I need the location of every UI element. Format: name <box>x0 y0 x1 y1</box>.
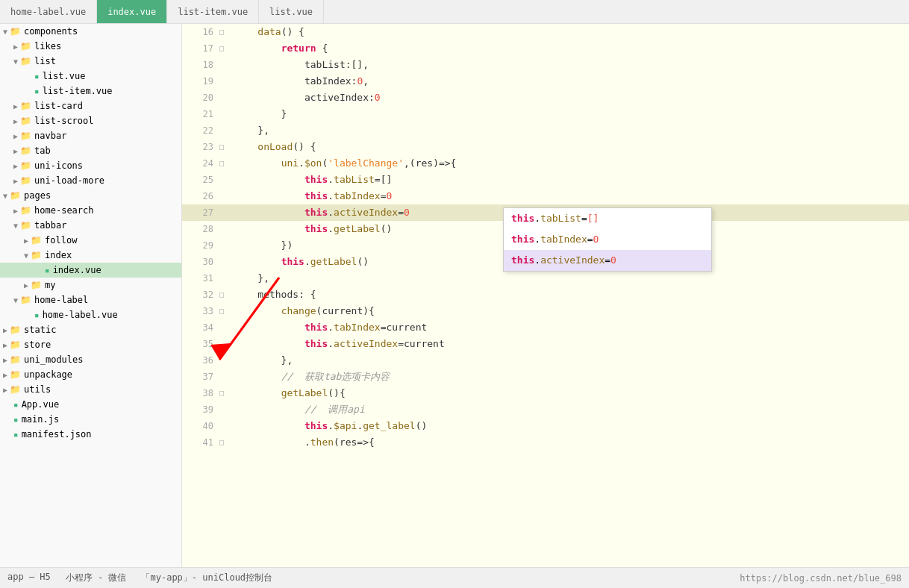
code-content: return { <box>231 40 328 57</box>
code-line-17: 17□ return { <box>182 40 909 57</box>
tab-list[interactable]: list.vue <box>259 0 324 23</box>
folder-icon: 📁 <box>20 146 31 156</box>
sidebar-item-index[interactable]: ▼📁index <box>0 248 181 263</box>
line-number: 37 <box>182 369 219 385</box>
folder-icon: 📁 <box>20 160 31 171</box>
code-line-26: 26 this.tabIndex=0 <box>182 188 909 204</box>
item-label: store <box>24 340 51 350</box>
folder-icon: 📁 <box>20 116 31 126</box>
sidebar-item-store[interactable]: ▶📁store <box>0 337 181 352</box>
fold-icon[interactable]: □ <box>219 385 231 401</box>
code-content: methods: { <box>231 287 316 303</box>
sidebar-item-tab[interactable]: ▶📁tab <box>0 143 181 158</box>
code-content: this.getLabel() <box>231 221 392 237</box>
folder-arrow: ▶ <box>3 326 7 334</box>
fold-icon[interactable]: □ <box>219 434 231 451</box>
folder-arrow: ▶ <box>3 341 7 349</box>
line-number: 28 <box>182 221 219 237</box>
sidebar-item-utils[interactable]: ▶📁utils <box>0 382 181 397</box>
sidebar-item-home_label[interactable]: ▼📁home-label <box>0 293 181 307</box>
sidebar-item-uni_load_more[interactable]: ▶📁uni-load-more <box>0 173 181 188</box>
fold-icon[interactable]: □ <box>219 24 231 40</box>
fold-icon[interactable]: □ <box>219 155 231 172</box>
code-area[interactable]: 16□ data() {17□ return {18 tabList:[],19… <box>182 24 909 567</box>
fold-icon[interactable]: □ <box>219 40 231 57</box>
sidebar-item-static[interactable]: ▶📁static <box>0 322 181 337</box>
code-line-22: 22 }, <box>182 122 909 139</box>
fold-icon[interactable]: □ <box>219 287 231 303</box>
sidebar-item-unpackage[interactable]: ▶📁unpackage <box>0 367 181 382</box>
item-label: navbar <box>34 131 66 141</box>
sidebar-item-App_vue[interactable]: ▪App.vue <box>0 397 181 412</box>
autocomplete-item[interactable]: this.tabIndex=0 <box>504 229 711 250</box>
file-icon: ▪ <box>13 430 19 440</box>
code-content: }) <box>231 237 293 254</box>
item-label: utils <box>24 384 51 395</box>
sidebar-item-my[interactable]: ▶📁my <box>0 278 181 293</box>
sidebar-item-uni_modules[interactable]: ▶📁uni_modules <box>0 352 181 367</box>
tab-index[interactable]: index.vue <box>97 0 167 23</box>
item-label: follow <box>45 235 77 245</box>
folder-icon: 📁 <box>10 354 21 365</box>
autocomplete-item[interactable]: this.tabList=[] <box>504 208 711 229</box>
fold-icon[interactable]: □ <box>219 139 231 155</box>
code-line-21: 21 } <box>182 106 909 122</box>
sidebar-item-pages[interactable]: ▼📁pages <box>0 188 181 203</box>
code-line-19: 19 tabIndex:0, <box>182 73 909 90</box>
sidebar-item-list[interactable]: ▼📁list <box>0 54 181 69</box>
code-content: this.tabList=[] <box>231 172 392 188</box>
tab-list-item[interactable]: list-item.vue <box>167 0 259 23</box>
code-content: getLabel(){ <box>231 385 346 401</box>
code-line-16: 16□ data() { <box>182 24 909 40</box>
code-content: .then(res=>{ <box>231 434 375 451</box>
item-label: index <box>45 250 72 260</box>
sidebar-item-navbar[interactable]: ▶📁navbar <box>0 128 181 143</box>
line-number: 26 <box>182 188 219 204</box>
code-line-32: 32□ methods: { <box>182 287 909 303</box>
sidebar-item-tabbar[interactable]: ▼📁tabbar <box>0 218 181 233</box>
folder-icon: 📁 <box>31 280 42 290</box>
folder-icon: 📁 <box>10 369 21 380</box>
sidebar-item-follow[interactable]: ▶📁follow <box>0 233 181 248</box>
line-number: 38 <box>182 385 219 401</box>
sidebar-item-home_search[interactable]: ▶📁home-search <box>0 203 181 218</box>
tab-home-label[interactable]: home-label.vue <box>0 0 97 23</box>
item-label: App.vue <box>22 399 60 410</box>
folder-icon: 📁 <box>10 384 21 395</box>
folder-arrow: ▶ <box>13 102 18 110</box>
folder-arrow: ▶ <box>13 132 18 140</box>
item-label: home-label <box>34 295 88 305</box>
code-content: }, <box>231 122 269 139</box>
sidebar-item-list_item_vue[interactable]: ▪list-item.vue <box>0 84 181 98</box>
folder-icon: 📁 <box>10 190 21 201</box>
item-label: pages <box>24 190 51 201</box>
sidebar-item-list_card[interactable]: ▶📁list-card <box>0 98 181 113</box>
sidebar-item-manifest_json[interactable]: ▪manifest.json <box>0 427 181 442</box>
item-label: static <box>24 325 56 335</box>
folder-arrow: ▼ <box>13 296 18 304</box>
sidebar-item-uni_icons[interactable]: ▶📁uni-icons <box>0 158 181 173</box>
folder-icon: 📁 <box>20 295 31 305</box>
autocomplete-item[interactable]: this.activeIndex=0 <box>504 250 711 271</box>
fold-icon[interactable]: □ <box>219 303 231 319</box>
sidebar-item-likes[interactable]: ▶📁likes <box>0 39 181 54</box>
sidebar: ▼📁components▶📁likes▼📁list▪list.vue▪list-… <box>0 24 182 567</box>
folder-icon: 📁 <box>20 220 31 231</box>
sidebar-item-index_vue[interactable]: ▪index.vue <box>0 263 181 278</box>
folder-arrow: ▶ <box>13 177 18 185</box>
sidebar-item-components[interactable]: ▼📁components <box>0 24 181 39</box>
sidebar-item-main_js[interactable]: ▪main.js <box>0 412 181 427</box>
folder-icon: 📁 <box>20 131 31 141</box>
item-label: tab <box>34 146 51 156</box>
code-line-34: 34 this.tabIndex=current <box>182 319 909 336</box>
sidebar-item-list_scrool[interactable]: ▶📁list-scrool <box>0 113 181 128</box>
bottom-left: app – H5 小程序 - 微信 「my-app」- uniCloud控制台 <box>7 572 272 584</box>
item-label: list-card <box>34 101 83 111</box>
code-content: change(current){ <box>231 303 375 319</box>
item-label: unpackage <box>24 369 72 380</box>
folder-icon: 📁 <box>10 26 21 37</box>
sidebar-item-home_label_vue[interactable]: ▪home-label.vue <box>0 307 181 322</box>
code-line-31: 31 }, <box>182 270 909 287</box>
code-content: }, <box>231 270 269 287</box>
sidebar-item-list_vue[interactable]: ▪list.vue <box>0 69 181 84</box>
